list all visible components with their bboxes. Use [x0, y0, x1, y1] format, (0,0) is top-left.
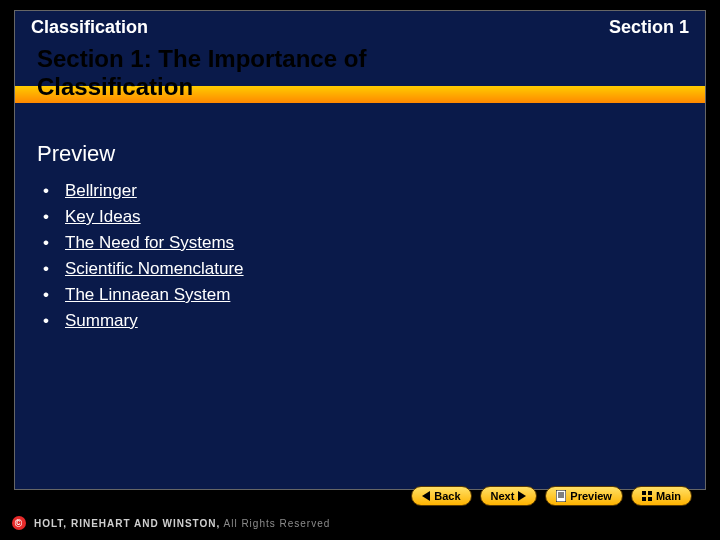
copyright: © HOLT, RINEHART AND WINSTON, All Rights… — [12, 516, 330, 530]
nav-bar: Back Next Preview Main — [14, 484, 706, 508]
slide-header: Classification Section 1 — [15, 11, 705, 38]
copyright-text: HOLT, RINEHART AND WINSTON, All Rights R… — [34, 518, 330, 529]
page-icon — [556, 490, 566, 502]
preview-button[interactable]: Preview — [545, 486, 623, 506]
list-item: • Bellringer — [43, 181, 244, 201]
slide: Classification Section 1 Section 1: The … — [14, 10, 706, 490]
svg-rect-9 — [648, 497, 652, 501]
list-item: • Summary — [43, 311, 244, 331]
triangle-left-icon — [422, 491, 430, 501]
bullet-icon: • — [43, 207, 65, 227]
svg-marker-0 — [422, 491, 430, 501]
bullet-icon: • — [43, 233, 65, 253]
svg-rect-6 — [642, 491, 646, 495]
list-item: • The Linnaean System — [43, 285, 244, 305]
section-label: Section 1 — [609, 17, 689, 38]
grid-icon — [642, 491, 652, 501]
copyright-brand: HOLT, RINEHART AND WINSTON, — [34, 518, 220, 529]
link-linnaean-system[interactable]: The Linnaean System — [65, 285, 230, 305]
bullet-icon: • — [43, 259, 65, 279]
list-item: • Key Ideas — [43, 207, 244, 227]
main-label: Main — [656, 490, 681, 502]
svg-marker-1 — [518, 491, 526, 501]
chapter-label: Classification — [31, 17, 148, 38]
triangle-right-icon — [518, 491, 526, 501]
link-key-ideas[interactable]: Key Ideas — [65, 207, 141, 227]
back-label: Back — [434, 490, 460, 502]
list-item: • The Need for Systems — [43, 233, 244, 253]
link-need-for-systems[interactable]: The Need for Systems — [65, 233, 234, 253]
bullet-icon: • — [43, 311, 65, 331]
main-button[interactable]: Main — [631, 486, 692, 506]
list-item: • Scientific Nomenclature — [43, 259, 244, 279]
preview-list: • Bellringer • Key Ideas • The Need for … — [43, 181, 244, 337]
page-title: Section 1: The Importance of Classificat… — [37, 45, 417, 100]
preview-label: Preview — [570, 490, 612, 502]
link-scientific-nomenclature[interactable]: Scientific Nomenclature — [65, 259, 244, 279]
next-label: Next — [491, 490, 515, 502]
bullet-icon: • — [43, 285, 65, 305]
subheading: Preview — [37, 141, 115, 167]
svg-rect-7 — [648, 491, 652, 495]
copyright-icon: © — [12, 516, 26, 530]
back-button[interactable]: Back — [411, 486, 471, 506]
svg-rect-8 — [642, 497, 646, 501]
link-bellringer[interactable]: Bellringer — [65, 181, 137, 201]
bullet-icon: • — [43, 181, 65, 201]
copyright-tail: All Rights Reserved — [220, 518, 330, 529]
next-button[interactable]: Next — [480, 486, 538, 506]
svg-rect-2 — [556, 490, 566, 502]
link-summary[interactable]: Summary — [65, 311, 138, 331]
